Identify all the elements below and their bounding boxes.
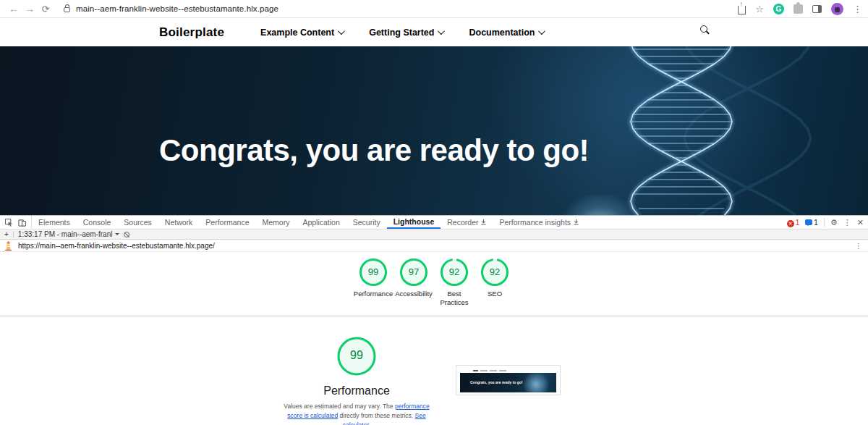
score-label: Accessibility	[393, 290, 434, 298]
score-gauge-performance[interactable]: 99 Performance	[353, 258, 393, 307]
score-label: Best Practices	[434, 290, 475, 307]
tab-lighthouse[interactable]: Lighthouse	[387, 216, 441, 229]
extensions-puzzle-icon[interactable]	[793, 4, 803, 14]
brand-logo[interactable]: Boilerplate	[159, 25, 224, 40]
score-value: 99	[353, 266, 393, 277]
devtools-close-icon[interactable]: ✕	[857, 218, 864, 227]
report-options-icon[interactable]: ⋮	[855, 242, 864, 250]
score-value: 92	[475, 266, 515, 277]
nav-label: Getting Started	[369, 28, 434, 38]
tab-sources[interactable]: Sources	[117, 216, 158, 229]
console-error-badge[interactable]: ✕1	[787, 218, 800, 227]
browser-toolbar: ← → ⟳ main--aem-franklin-website--estebu…	[0, 0, 868, 18]
issues-icon	[805, 219, 812, 225]
bookmark-star-icon[interactable]: ☆	[755, 4, 764, 14]
nav-label: Documentation	[469, 28, 535, 38]
desc-text: directly from these metrics.	[338, 412, 414, 419]
report-url-row: https://main--aem-franklin-website--este…	[0, 240, 868, 252]
desc-text: Values are estimated and may vary. The	[284, 403, 395, 410]
score-value: 97	[393, 266, 434, 277]
lock-icon	[64, 7, 70, 12]
nav-getting-started[interactable]: Getting Started	[369, 28, 443, 38]
thumbnail-caption: Congrats, you are ready to go!	[470, 380, 523, 384]
report-url-text: https://main--aem-franklin-website--este…	[18, 242, 849, 250]
preview-feature-icon	[574, 219, 579, 225]
report-run-selector[interactable]: 1:33:17 PM - main--aem-franl	[18, 230, 120, 238]
search-icon[interactable]	[700, 25, 707, 33]
score-gauge-accessibility[interactable]: 97 Accessibility	[393, 258, 434, 307]
nav-example-content[interactable]: Example Content	[260, 28, 343, 38]
score-label: Performance	[353, 290, 393, 298]
performance-description: Values are estimated and may vary. The p…	[277, 402, 436, 425]
thumbnail-hero: Congrats, you are ready to go!	[460, 373, 556, 392]
performance-section: 99 Performance Values are estimated and …	[277, 336, 436, 425]
category-scores-row: 99 Performance 97 Accessibility 92 Best …	[0, 258, 868, 307]
lighthouse-toolbar: + 1:33:17 PM - main--aem-franl	[0, 230, 868, 240]
tab-application[interactable]: Application	[296, 216, 346, 229]
issues-badge[interactable]: 1	[805, 218, 818, 227]
score-label: SEO	[475, 290, 515, 298]
nav-label: Example Content	[260, 28, 334, 38]
tab-memory[interactable]: Memory	[255, 216, 296, 229]
dropdown-arrow-icon	[115, 233, 119, 237]
reload-icon[interactable]: ⟳	[38, 4, 54, 14]
devtools-tab-bar: Elements Console Sources Network Perform…	[0, 216, 868, 230]
chevron-down-icon	[438, 28, 445, 35]
inspect-element-icon[interactable]	[5, 219, 13, 227]
url-text[interactable]: main--aem-franklin-website--estebustaman…	[76, 4, 278, 13]
preview-feature-icon	[481, 219, 486, 225]
side-panel-icon[interactable]	[812, 5, 822, 13]
section-divider	[0, 315, 868, 317]
run-selector-label: 1:33:17 PM - main--aem-franl	[18, 230, 113, 238]
error-icon: ✕	[787, 220, 794, 227]
share-icon[interactable]	[738, 6, 746, 14]
profile-avatar[interactable]	[831, 3, 843, 15]
hero-section: Congrats, you are ready to go!	[0, 46, 868, 215]
dna-helix-graphic	[573, 46, 790, 215]
tab-console[interactable]: Console	[77, 216, 118, 229]
dna-light-flare	[553, 195, 647, 215]
score-value: 92	[434, 266, 475, 277]
devtools-menu-icon[interactable]: ⋮	[843, 218, 851, 227]
chevron-down-icon	[338, 28, 345, 35]
tab-security[interactable]: Security	[346, 216, 387, 229]
device-toolbar-icon[interactable]	[18, 219, 26, 227]
tab-recorder[interactable]: Recorder	[441, 216, 493, 229]
site-nav: Example Content Getting Started Document…	[260, 28, 543, 38]
divider	[13, 231, 14, 238]
lighthouse-report: 99 Performance 97 Accessibility 92 Best …	[0, 252, 868, 425]
grammarly-extension-icon[interactable]: G	[773, 4, 784, 14]
site-header: Boilerplate Example Content Getting Star…	[0, 18, 868, 46]
tab-elements[interactable]: Elements	[32, 216, 77, 229]
tab-network[interactable]: Network	[158, 216, 200, 229]
tab-performance-insights[interactable]: Performance insights	[493, 216, 585, 229]
back-icon[interactable]: ←	[6, 3, 22, 14]
divider	[824, 218, 825, 227]
clear-reports-icon[interactable]	[124, 232, 129, 237]
address-bar[interactable]: main--aem-franklin-website--estebustaman…	[64, 4, 738, 13]
lighthouse-icon	[4, 241, 12, 251]
devtools-settings-icon[interactable]: ⚙	[830, 218, 838, 227]
devtools-panel: Elements Console Sources Network Perform…	[0, 215, 868, 425]
hero-title: Congrats, you are ready to go!	[159, 133, 589, 168]
new-report-button[interactable]: +	[4, 230, 9, 238]
performance-gauge[interactable]: 99	[336, 336, 377, 379]
page-screenshot-thumbnail[interactable]: Congrats, you are ready to go!	[456, 365, 561, 395]
browser-menu-icon[interactable]: ⋮	[853, 4, 862, 14]
performance-title: Performance	[277, 384, 436, 397]
score-value: 99	[336, 349, 377, 362]
chevron-down-icon	[538, 28, 545, 35]
score-gauge-seo[interactable]: 92 SEO	[475, 258, 515, 307]
score-gauge-best-practices[interactable]: 92 Best Practices	[434, 258, 475, 307]
nav-documentation[interactable]: Documentation	[469, 28, 543, 38]
forward-icon[interactable]: →	[22, 3, 38, 14]
tab-performance[interactable]: Performance	[199, 216, 255, 229]
